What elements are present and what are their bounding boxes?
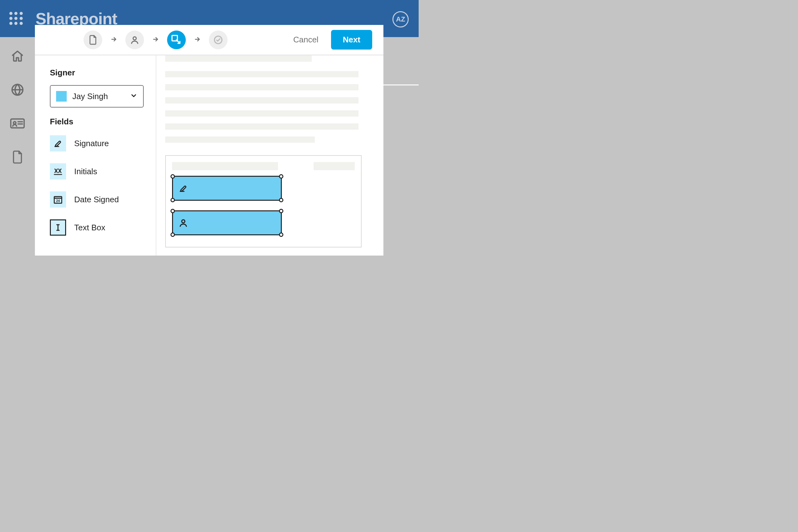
field-label: Date Signed <box>74 195 119 205</box>
fields-panel: Signer Jay Singh Fields Signature I <box>35 56 156 255</box>
signer-color-swatch <box>56 91 67 101</box>
chevron-right-icon <box>152 36 159 44</box>
placeholder-bar <box>314 162 355 170</box>
resize-handle[interactable] <box>171 198 175 202</box>
field-initials[interactable]: Initials <box>50 163 144 179</box>
step-document[interactable] <box>83 31 102 49</box>
signature-area <box>165 155 362 247</box>
background-separator <box>383 84 419 86</box>
placed-name-field[interactable] <box>172 210 282 235</box>
left-rail <box>0 37 35 279</box>
apps-grid-icon[interactable] <box>10 12 23 25</box>
initials-icon <box>50 163 66 179</box>
resize-handle[interactable] <box>171 232 175 237</box>
svg-text:24: 24 <box>56 199 60 203</box>
signature-icon <box>50 135 66 151</box>
svg-point-8 <box>182 220 185 223</box>
fields-heading: Fields <box>50 117 144 127</box>
cancel-button[interactable]: Cancel <box>293 35 319 44</box>
person-icon <box>178 218 188 228</box>
field-label: Initials <box>74 167 97 176</box>
signer-heading: Signer <box>50 68 144 78</box>
field-label: Text Box <box>74 223 106 232</box>
stepper <box>83 31 228 49</box>
next-button[interactable]: Next <box>331 30 372 50</box>
field-date-signed[interactable]: 24 Date Signed <box>50 191 144 208</box>
calendar-icon: 24 <box>50 191 66 208</box>
modal-stepper-bar: Cancel Next <box>35 25 383 56</box>
avatar[interactable]: AZ <box>393 11 408 27</box>
step-review[interactable] <box>209 31 228 49</box>
svg-point-2 <box>14 121 16 124</box>
modal-body: Signer Jay Singh Fields Signature I <box>35 56 383 255</box>
modal-top-actions: Cancel Next <box>293 30 372 50</box>
resize-handle[interactable] <box>279 174 283 178</box>
step-fields[interactable] <box>167 31 186 49</box>
field-text-box[interactable]: Text Box <box>50 220 144 235</box>
placed-signature-field[interactable] <box>172 176 282 201</box>
signer-selected-name: Jay Singh <box>72 92 125 101</box>
home-icon[interactable] <box>11 50 24 64</box>
step-signer[interactable] <box>125 31 144 49</box>
resize-handle[interactable] <box>279 209 283 213</box>
chevron-right-icon <box>194 36 201 44</box>
file-icon[interactable] <box>12 150 23 166</box>
chevron-right-icon <box>110 36 117 44</box>
document-placeholder-lines <box>165 56 378 143</box>
resize-handle[interactable] <box>279 232 283 237</box>
document-canvas[interactable] <box>156 56 383 255</box>
signature-modal: Cancel Next Signer Jay Singh Fields Sign… <box>35 25 383 255</box>
chevron-down-icon <box>130 92 137 101</box>
signature-icon <box>178 184 188 193</box>
id-card-icon[interactable] <box>10 117 25 131</box>
signer-select[interactable]: Jay Singh <box>50 85 144 108</box>
text-box-icon <box>50 220 66 235</box>
globe-icon[interactable] <box>10 82 25 98</box>
resize-handle[interactable] <box>279 198 283 202</box>
resize-handle[interactable] <box>171 174 175 178</box>
svg-point-3 <box>133 37 136 40</box>
resize-handle[interactable] <box>171 209 175 213</box>
field-signature[interactable]: Signature <box>50 135 144 151</box>
placeholder-bar <box>172 162 278 170</box>
field-label: Signature <box>74 139 109 148</box>
